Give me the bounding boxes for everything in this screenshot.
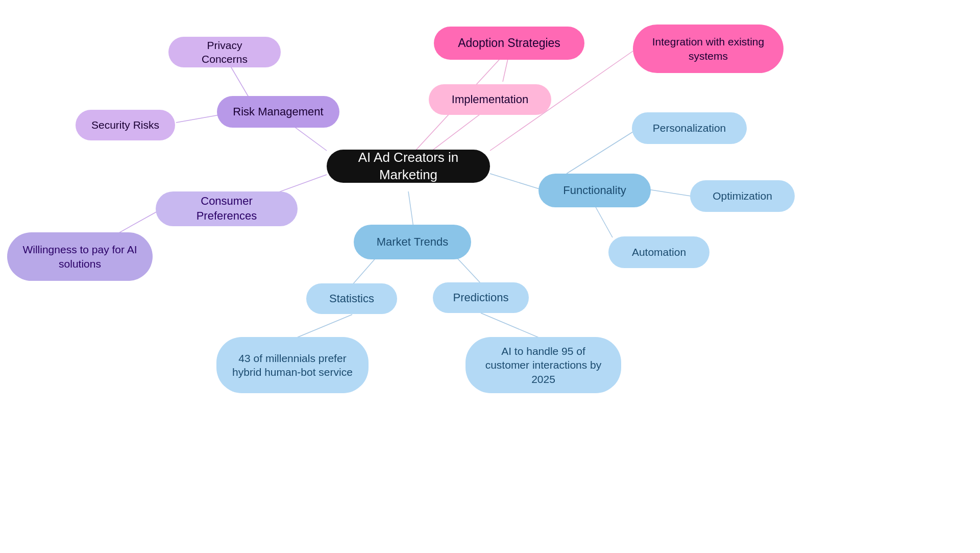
svg-line-13	[481, 313, 544, 340]
predictions-node: Predictions	[433, 282, 529, 313]
adoption-strategies-node: Adoption Strategies	[434, 27, 584, 60]
svg-line-9	[408, 191, 413, 227]
svg-line-14	[490, 174, 541, 189]
svg-line-17	[595, 205, 612, 237]
market-trends-node: Market Trends	[354, 225, 471, 259]
risk-management-node: Risk Management	[217, 96, 339, 128]
svg-line-15	[567, 130, 635, 174]
automation-node: Automation	[608, 236, 709, 268]
implementation-node: Implementation	[429, 84, 551, 115]
svg-line-16	[648, 189, 694, 197]
security-risks-node: Security Risks	[76, 110, 175, 140]
mind-map-connections	[0, 0, 980, 553]
personalization-node: Personalization	[632, 112, 747, 144]
functionality-node: Functionality	[538, 174, 651, 207]
statistics-node: Statistics	[306, 283, 397, 314]
optimization-node: Optimization	[690, 180, 795, 212]
millennials-node: 43 of millennials prefer hybrid human-bo…	[216, 337, 369, 393]
svg-line-12	[292, 315, 352, 340]
center-node: AI Ad Creators in Marketing	[327, 150, 490, 183]
willingness-node: Willingness to pay for AI solutions	[7, 232, 153, 281]
privacy-concerns-node: Privacy Concerns	[168, 37, 281, 67]
integration-node: Integration with existing systems	[633, 25, 783, 73]
svg-line-6	[176, 115, 219, 123]
ai-handle-node: AI to handle 95 of customer interactions…	[465, 337, 621, 393]
consumer-preferences-node: Consumer Preferences	[156, 191, 298, 226]
